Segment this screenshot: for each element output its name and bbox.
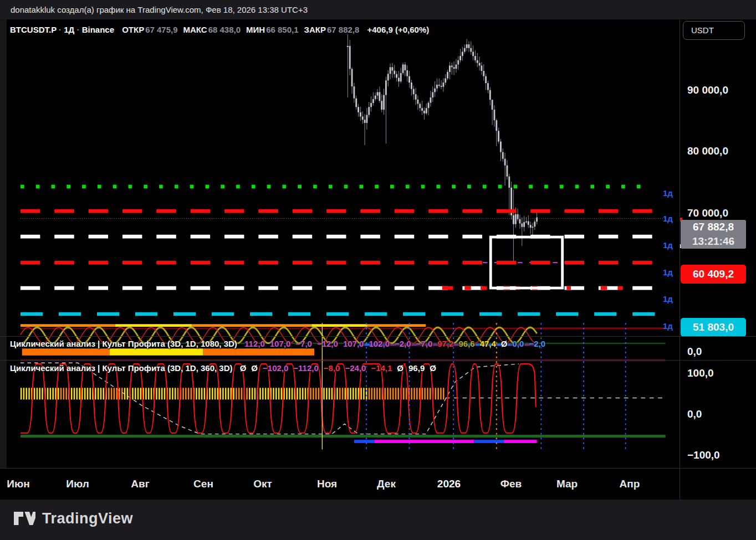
ohlc-field-value: 67 475,9 <box>145 25 177 34</box>
time-axis-month: Июл <box>66 468 89 500</box>
time-axis-month: Ноя <box>317 468 337 500</box>
indicator-value: Ø <box>251 363 258 373</box>
current-price-value: 67 882,8 <box>681 220 746 234</box>
price-axis-separator <box>680 19 680 500</box>
ohlc-field-value: 66 850,1 <box>266 25 298 34</box>
timeframe-label[interactable]: 1Д <box>64 25 74 34</box>
level-timeframe-tag: 1д <box>663 321 673 331</box>
time-axis-month: Сен <box>193 468 213 500</box>
ohlc-field-label: ЗАКР <box>304 25 326 34</box>
indicator-value: 47,4 <box>480 339 496 348</box>
indicator-1-values: 112,0107,0−7,0−12,0107,0102,0−2,0−7,097,… <box>239 339 545 348</box>
current-price-marker: 67 882,813:21:46 <box>681 220 746 249</box>
time-axis-month: 2026 <box>437 468 461 500</box>
indicator-value: −2,0 <box>529 339 545 348</box>
time-axis-month: Июн <box>7 468 29 500</box>
indicator-value: 102,0 <box>369 339 390 348</box>
ohlc-field-label: ОТКР <box>122 25 144 34</box>
symbol-legend[interactable]: BTCUSDT.P · 1Д · Binance ОТКР67 475,9МАК… <box>10 25 429 34</box>
indicator-value: −7,0 <box>416 339 433 348</box>
price-axis-label: 0,0 <box>687 408 702 420</box>
indicator-2-values: ØØ−102,0−112,0−8,0−24,0−14,1Ø96,9Ø <box>235 363 436 373</box>
pane-separator-2[interactable] <box>0 360 756 361</box>
level-timeframe-tag: 1д <box>663 240 673 250</box>
tradingview-icon <box>13 510 35 527</box>
ohlc-field-label: МАКС <box>183 25 207 34</box>
indicator-value: −2,0 <box>395 339 411 348</box>
time-axis-month: Фев <box>500 468 522 500</box>
exchange-label: Binance <box>82 25 114 34</box>
time-axis-month: Дек <box>377 468 396 500</box>
time-axis[interactable]: ИюнИюлАвгСенОктНояДек2026ФевМарАпр <box>0 468 680 500</box>
level-timeframe-tag: 1д <box>663 268 673 277</box>
indicator-value: 0,0 <box>513 339 524 348</box>
ohlc-fields: ОТКР67 475,9МАКС68 438,0МИН66 850,1ЗАКР6… <box>116 25 359 34</box>
level-timeframe-tag: 1д <box>663 188 673 198</box>
price-axis-label: 100,0 <box>687 367 714 379</box>
indicator-value: −102,0 <box>263 363 288 373</box>
symbol-name[interactable]: BTCUSDT.P <box>10 25 57 34</box>
indicator-value: Ø <box>240 363 247 373</box>
time-axis-month: Окт <box>253 468 272 500</box>
indicator-value: −7,0 <box>295 339 312 348</box>
indicator-value: 96,6 <box>458 339 474 348</box>
indicator-1-title[interactable]: Циклический анализ | Культ Профита (3D, … <box>10 339 237 348</box>
price-axis-label: −100,0 <box>687 449 720 461</box>
tradingview-snapshot: donatakkluk создал(а) график на TradingV… <box>0 0 756 540</box>
price-axis-label: 70 000,0 <box>687 207 728 219</box>
price-axis-label: 90 000,0 <box>687 84 728 96</box>
footer: TradingView <box>0 500 756 540</box>
indicator-value: 96,9 <box>408 363 425 373</box>
level-timeframe-tag: 1д <box>663 294 673 304</box>
time-axis-month: Апр <box>620 468 640 500</box>
level-price-label: 60 409,2 <box>681 265 746 284</box>
indicator-value: −14,1 <box>371 363 392 373</box>
price-chart-canvas[interactable] <box>0 19 680 468</box>
indicator-value: −8,0 <box>324 363 340 373</box>
legend-separator: · <box>59 25 62 34</box>
indicator-2-title[interactable]: Циклический анализ | Культ Профита (3D, … <box>10 363 233 373</box>
ohlc-field-value: 67 882,8 <box>327 25 359 34</box>
indicator-value: −12,0 <box>317 339 338 348</box>
indicator-value: Ø <box>397 363 403 373</box>
indicator-value: 107,0 <box>270 339 291 348</box>
chart-root: BTCUSDT.P · 1Д · Binance ОТКР67 475,9МАК… <box>0 19 756 500</box>
price-axis[interactable]: USDT 90 000,080 000,070 000,00,0100,00,0… <box>680 19 756 500</box>
indicator-value: 97,2 <box>437 339 453 348</box>
level-timeframe-tag: 1д <box>663 214 673 223</box>
indicator-value: 107,0 <box>343 339 364 348</box>
currency-button[interactable]: USDT <box>683 21 745 40</box>
price-axis-label: 80 000,0 <box>687 145 728 157</box>
indicator-legend-2[interactable]: Циклический анализ | Культ Профита (3D, … <box>10 363 436 373</box>
tradingview-logo[interactable]: TradingView <box>13 510 133 527</box>
indicator-legend-1[interactable]: Циклический анализ | Культ Профита (3D, … <box>10 339 545 348</box>
indicator-value: 112,0 <box>244 339 265 348</box>
price-axis-label: 0,0 <box>687 346 702 358</box>
indicator-value: Ø <box>430 363 436 373</box>
level-price-label: 51 803,0 <box>681 318 746 337</box>
change-value: +406,9 (+0,60%) <box>367 25 430 34</box>
indicator-value: −112,0 <box>293 363 318 373</box>
indicator-value: Ø <box>501 339 508 348</box>
legend-separator: · <box>76 25 79 34</box>
tradingview-wordmark: TradingView <box>42 510 133 527</box>
axis-separator <box>0 468 756 469</box>
ohlc-field-value: 68 438,0 <box>208 25 241 34</box>
snapshot-title-text: donatakkluk создал(а) график на TradingV… <box>11 5 308 14</box>
time-axis-month: Авг <box>131 468 149 500</box>
pane-separator-1[interactable] <box>0 336 756 337</box>
ohlc-field-label: МИН <box>246 25 265 34</box>
indicator-value: −24,0 <box>345 363 366 373</box>
bar-countdown: 13:21:46 <box>681 234 746 249</box>
snapshot-titlebar: donatakkluk создал(а) график на TradingV… <box>0 0 756 19</box>
time-axis-month: Мар <box>556 468 578 500</box>
